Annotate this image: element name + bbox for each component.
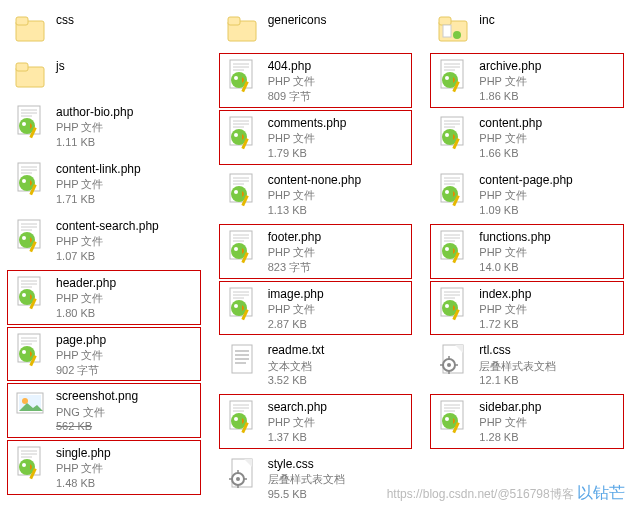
- svg-point-37: [22, 350, 26, 354]
- file-size: 14.0 KB: [479, 260, 550, 275]
- file-meta: content.phpPHP 文件1.66 KB: [479, 114, 542, 161]
- svg-point-132: [445, 247, 449, 251]
- folder-icon: [12, 11, 48, 47]
- file-item[interactable]: style.css层叠样式表文档95.5 KB: [220, 452, 412, 505]
- file-item[interactable]: content-page.phpPHP 文件1.09 KB: [431, 168, 623, 221]
- file-meta: header.phpPHP 文件1.80 KB: [56, 274, 116, 321]
- file-meta: sidebar.phpPHP 文件1.28 KB: [479, 398, 541, 445]
- php-icon: [224, 398, 260, 434]
- file-type: PHP 文件: [268, 131, 347, 146]
- file-item[interactable]: image.phpPHP 文件2.87 KB: [220, 282, 412, 335]
- file-size: 809 字节: [268, 89, 315, 104]
- svg-rect-103: [439, 17, 451, 25]
- file-item[interactable]: archive.phpPHP 文件1.86 KB: [431, 54, 623, 107]
- file-item[interactable]: inc: [431, 8, 623, 50]
- file-item[interactable]: comments.phpPHP 文件1.79 KB: [220, 111, 412, 164]
- file-meta: comments.phpPHP 文件1.79 KB: [268, 114, 347, 161]
- file-item[interactable]: rtl.css层叠样式表文档12.1 KB: [431, 338, 623, 391]
- file-meta: author-bio.phpPHP 文件1.11 KB: [56, 103, 133, 150]
- file-meta: content-link.phpPHP 文件1.71 KB: [56, 160, 141, 207]
- svg-rect-1: [16, 17, 28, 25]
- file-item[interactable]: screenshot.pngPNG 文件562 KB: [8, 384, 200, 437]
- file-item[interactable]: content-link.phpPHP 文件1.71 KB: [8, 157, 200, 210]
- file-item[interactable]: author-bio.phpPHP 文件1.11 KB: [8, 100, 200, 153]
- file-item[interactable]: header.phpPHP 文件1.80 KB: [8, 271, 200, 324]
- folder-icon: [224, 11, 260, 47]
- php-icon: [435, 57, 471, 93]
- file-meta: content-search.phpPHP 文件1.07 KB: [56, 217, 159, 264]
- file-meta: page.phpPHP 文件902 字节: [56, 331, 106, 378]
- svg-point-30: [22, 293, 26, 297]
- svg-point-23: [22, 236, 26, 240]
- file-size: 823 字节: [268, 260, 321, 275]
- css-icon: [224, 455, 260, 491]
- file-type: PHP 文件: [56, 291, 116, 306]
- file-type: PHP 文件: [56, 348, 106, 363]
- file-item[interactable]: functions.phpPHP 文件14.0 KB: [431, 225, 623, 278]
- php-icon: [224, 57, 260, 93]
- file-name: image.php: [268, 286, 324, 302]
- file-name: page.php: [56, 332, 106, 348]
- file-name: archive.php: [479, 58, 541, 74]
- file-type: PHP 文件: [268, 245, 321, 260]
- css-icon: [435, 341, 471, 377]
- file-item[interactable]: index.phpPHP 文件1.72 KB: [431, 282, 623, 335]
- php-icon: [12, 103, 48, 139]
- file-item[interactable]: readme.txt文本文档3.52 KB: [220, 338, 412, 391]
- file-type: PHP 文件: [268, 302, 324, 317]
- png-icon: [12, 387, 48, 423]
- file-name: js: [56, 58, 65, 74]
- php-icon: [224, 285, 260, 321]
- file-type: PHP 文件: [479, 188, 572, 203]
- file-item[interactable]: css: [8, 8, 200, 50]
- file-item[interactable]: footer.phpPHP 文件823 字节: [220, 225, 412, 278]
- folder-icon: [12, 57, 48, 93]
- file-size: 12.1 KB: [479, 373, 556, 388]
- file-item[interactable]: search.phpPHP 文件1.37 KB: [220, 395, 412, 448]
- column-0: cssjsauthor-bio.phpPHP 文件1.11 KBcontent-…: [8, 8, 200, 505]
- file-meta: readme.txt文本文档3.52 KB: [268, 341, 325, 388]
- file-size: 1.07 KB: [56, 249, 159, 264]
- file-name: content-none.php: [268, 172, 361, 188]
- file-meta: 404.phpPHP 文件809 字节: [268, 57, 315, 104]
- php-icon: [435, 228, 471, 264]
- svg-point-47: [22, 463, 26, 467]
- file-item[interactable]: page.phpPHP 文件902 字节: [8, 328, 200, 381]
- file-type: PHP 文件: [479, 74, 541, 89]
- php-icon: [224, 228, 260, 264]
- file-item[interactable]: genericons: [220, 8, 412, 50]
- svg-point-150: [445, 417, 449, 421]
- svg-point-139: [445, 304, 449, 308]
- file-type: PHP 文件: [56, 461, 111, 476]
- file-name: style.css: [268, 456, 345, 472]
- svg-point-96: [234, 417, 238, 421]
- php-icon: [12, 217, 48, 253]
- php-icon: [12, 274, 48, 310]
- file-meta: functions.phpPHP 文件14.0 KB: [479, 228, 550, 275]
- file-meta: js: [56, 57, 65, 74]
- file-name: screenshot.png: [56, 388, 138, 404]
- file-name: comments.php: [268, 115, 347, 131]
- file-name: author-bio.php: [56, 104, 133, 120]
- svg-point-63: [234, 133, 238, 137]
- php-icon: [224, 171, 260, 207]
- file-size: 1.09 KB: [479, 203, 572, 218]
- file-item[interactable]: js: [8, 54, 200, 96]
- file-name: functions.php: [479, 229, 550, 245]
- file-item[interactable]: content-none.phpPHP 文件1.13 KB: [220, 168, 412, 221]
- file-item[interactable]: content-search.phpPHP 文件1.07 KB: [8, 214, 200, 267]
- file-name: 404.php: [268, 58, 315, 74]
- file-type: PHP 文件: [268, 188, 361, 203]
- file-item[interactable]: single.phpPHP 文件1.48 KB: [8, 441, 200, 494]
- file-item[interactable]: content.phpPHP 文件1.66 KB: [431, 111, 623, 164]
- php-icon: [224, 114, 260, 150]
- file-size: 2.87 KB: [268, 317, 324, 332]
- file-name: content.php: [479, 115, 542, 131]
- file-size: 1.28 KB: [479, 430, 541, 445]
- file-item[interactable]: sidebar.phpPHP 文件1.28 KB: [431, 395, 623, 448]
- file-type: PHP 文件: [56, 177, 141, 192]
- svg-point-56: [234, 76, 238, 80]
- file-meta: inc: [479, 11, 494, 28]
- file-item[interactable]: 404.phpPHP 文件809 字节: [220, 54, 412, 107]
- file-meta: content-none.phpPHP 文件1.13 KB: [268, 171, 361, 218]
